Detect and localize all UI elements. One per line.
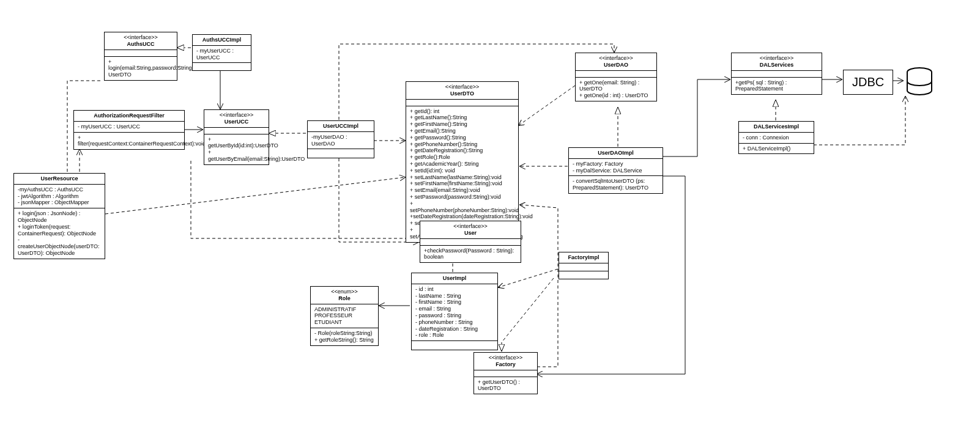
- operation: + login(json : JsonNode) : ObjectNode: [18, 210, 80, 223]
- class-authsucc: <<interface>>AuthsUCC + login(email:Stri…: [104, 32, 177, 81]
- attribute: - jsonMapper : ObjectMapper: [18, 199, 89, 205]
- stereotype: <<interface>>: [453, 223, 488, 229]
- operation: + filter(requestContext:ContainerRequest…: [74, 133, 184, 150]
- attributes: - id : int- lastName : String- firstName…: [412, 284, 497, 341]
- attribute: ETUDIANT: [314, 319, 342, 325]
- class-userresource: UserResource -myAuthsUCC : AuthsUCC- jwt…: [13, 173, 105, 259]
- class-userdao: <<interface>>UserDAO + getOne(email: Str…: [575, 53, 657, 101]
- class-name: DALServices: [760, 62, 794, 68]
- attribute: PROFESSEUR: [314, 312, 352, 318]
- class-userimpl: UserImpl - id : int- lastName : String- …: [411, 273, 498, 350]
- class-authorizationrequestfilter: AuthorizationRequestFilter - myUserUCC :…: [73, 110, 185, 150]
- operation: +getPs( sql : String) : PreparedStatemen…: [732, 78, 822, 95]
- attribute: - myDalService: DALService: [573, 167, 642, 174]
- operation: + getOne(id : int) : UserDTO: [579, 92, 648, 98]
- stereotype: <<interface>>: [220, 112, 254, 118]
- class-factory: <<interface>>Factory + getUserDTO() : Us…: [473, 352, 538, 394]
- class-name: AuthsUCC: [127, 41, 155, 47]
- database-icon: [904, 66, 935, 97]
- class-name: UserImpl: [443, 275, 467, 281]
- class-role: <<enum>>Role ADMINISTRATIFPROFESSEURETUD…: [310, 286, 379, 346]
- class-name: UserResource: [40, 175, 78, 182]
- class-name: AuthsUCCImpl: [202, 37, 242, 43]
- class-user: <<interface>>User +checkPassword(Passwor…: [420, 221, 521, 263]
- class-name: Role: [338, 295, 351, 301]
- svg-line-7: [519, 86, 575, 125]
- jdbc-node: JDBC: [843, 70, 893, 95]
- class-name: UserDAOImpl: [598, 150, 634, 156]
- stereotype: <<interface>>: [124, 34, 158, 40]
- svg-line-16: [499, 269, 558, 287]
- operation: + getOne(email: String) : UserDTO: [579, 79, 639, 92]
- attribute: - myUserUCC : UserUCC: [193, 46, 251, 64]
- class-userdto: <<interface>>UserDTO + getId(): int+ get…: [406, 81, 519, 243]
- attribute: ADMINISTRATIF: [314, 306, 356, 312]
- attribute: - jwtAlgorithm : Algorithm: [18, 193, 79, 199]
- operation: - createUserObjectNode(userDTO: UserDTO)…: [18, 237, 99, 256]
- class-name: UserDTO: [450, 90, 474, 97]
- operation: - Role(roleString:String): [314, 330, 373, 336]
- class-dalservicesimpl: DALServicesImpl - conn : Connexion + DAL…: [738, 121, 814, 154]
- operation: - convertSqlIntoUserDTO (ps: PreparedSta…: [569, 176, 663, 193]
- operation: + getUserDTO() : UserDTO: [474, 377, 537, 394]
- class-name: DALServicesImpl: [754, 123, 799, 130]
- class-userdaoimpl: UserDAOImpl - myFactory: Factory- myDalS…: [568, 147, 663, 194]
- attribute: - myUserUCC : UserUCC: [74, 122, 184, 133]
- attribute: -myUserDAO : UserDAO: [308, 132, 374, 150]
- svg-line-4: [105, 177, 405, 214]
- operation: + getUserByEmail(email:String):UserDTO: [208, 149, 305, 162]
- class-name: UserUCCImpl: [323, 123, 358, 129]
- stereotype: <<interface>>: [489, 355, 523, 361]
- class-factoryimpl: FactoryImpl: [559, 252, 609, 279]
- attribute: - myFactory: Factory: [573, 161, 623, 167]
- stereotype: <<interface>>: [599, 55, 633, 61]
- attribute: -myAuthsUCC : AuthsUCC: [18, 186, 83, 193]
- operation: + loginToken(request: ContainerRequest):…: [18, 224, 96, 237]
- class-name: FactoryImpl: [568, 254, 599, 260]
- operation: + getRoleString(): String: [314, 337, 374, 343]
- class-name: UserDAO: [604, 62, 628, 68]
- stereotype: <<interface>>: [445, 84, 480, 90]
- class-dalservices: <<interface>>DALServices +getPs( sql : S…: [731, 53, 822, 95]
- stereotype: <<enum>>: [331, 289, 358, 295]
- operation: +checkPassword(Password : String): boole…: [420, 246, 521, 263]
- class-name: User: [464, 230, 477, 236]
- operation: + getUserById(id:int):UserDTO: [208, 136, 278, 149]
- class-name: UserUCC: [225, 119, 249, 125]
- operation: + DALServiceImpl(): [739, 144, 814, 154]
- class-useruccimpl: UserUCCImpl -myUserDAO : UserDAO: [307, 120, 374, 158]
- class-userucc: <<interface>>UserUCC + getUserById(id:in…: [204, 109, 269, 165]
- class-name: Factory: [496, 361, 516, 367]
- class-authsuccimpl: AuthsUCCImpl - myUserUCC : UserUCC: [192, 34, 251, 71]
- operation: + login(email:String,password:String): U…: [105, 57, 177, 80]
- attribute: - conn : Connexion: [739, 133, 814, 144]
- stereotype: <<interface>>: [760, 55, 794, 61]
- class-name: AuthorizationRequestFilter: [94, 112, 165, 119]
